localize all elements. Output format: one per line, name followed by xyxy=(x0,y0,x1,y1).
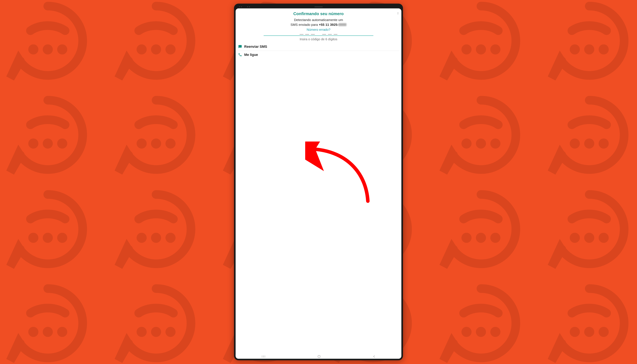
wrong-number-link[interactable]: Número errado? xyxy=(306,28,330,31)
svg-point-18 xyxy=(28,138,38,148)
tutorial-slide: Confirmando seu número Detectando automa… xyxy=(0,0,637,364)
call-me-label: Me ligue xyxy=(244,53,258,57)
svg-point-37 xyxy=(43,233,53,243)
svg-point-0 xyxy=(28,44,38,54)
svg-point-32 xyxy=(490,138,500,148)
code-underline xyxy=(264,36,374,36)
svg-point-17 xyxy=(598,44,609,54)
svg-point-71 xyxy=(598,327,609,337)
svg-point-22 xyxy=(151,138,161,148)
resend-sms-option[interactable]: Reenviar SMS xyxy=(238,43,399,51)
svg-point-38 xyxy=(57,233,67,243)
phone-number-redacted xyxy=(338,23,346,26)
svg-point-39 xyxy=(137,233,147,243)
phone-icon xyxy=(238,53,242,57)
svg-point-19 xyxy=(43,138,53,148)
resend-sms-label: Reenviar SMS xyxy=(244,44,267,49)
svg-point-69 xyxy=(570,327,580,337)
svg-point-34 xyxy=(584,138,594,148)
code-placeholder-dashes xyxy=(264,34,374,36)
verification-options: Reenviar SMS Me ligue xyxy=(238,43,399,59)
svg-point-23 xyxy=(166,138,176,148)
nav-back-button[interactable] xyxy=(371,354,378,358)
svg-point-55 xyxy=(43,327,53,337)
svg-point-1 xyxy=(43,44,53,54)
svg-point-53 xyxy=(598,233,609,243)
page-title: Confirmando seu número xyxy=(293,11,344,16)
svg-point-20 xyxy=(57,138,67,148)
phone-number: +55 11 3925- xyxy=(319,23,338,26)
svg-point-51 xyxy=(570,233,580,243)
phone-sensors xyxy=(247,6,250,7)
svg-point-59 xyxy=(166,327,176,337)
svg-point-36 xyxy=(28,233,38,243)
svg-point-58 xyxy=(151,327,161,337)
svg-point-2 xyxy=(57,44,67,54)
svg-point-68 xyxy=(490,327,500,337)
annotation-arrow xyxy=(305,142,382,212)
svg-point-33 xyxy=(570,138,580,148)
svg-point-30 xyxy=(462,138,472,148)
svg-point-48 xyxy=(462,233,472,243)
phone-bezel-top xyxy=(236,5,401,8)
svg-point-41 xyxy=(166,233,176,243)
svg-point-67 xyxy=(476,327,486,337)
call-me-option[interactable]: Me ligue xyxy=(238,51,399,59)
detect-sms-message: Detectando automaticamente um SMS enviad… xyxy=(238,18,399,32)
sms-icon xyxy=(238,45,242,48)
svg-point-31 xyxy=(476,138,486,148)
svg-point-21 xyxy=(137,138,147,148)
svg-point-4 xyxy=(151,44,161,54)
svg-point-54 xyxy=(28,327,38,337)
phone-screen: Confirmando seu número Detectando automa… xyxy=(236,8,401,359)
svg-point-12 xyxy=(462,44,472,54)
svg-point-40 xyxy=(151,233,161,243)
svg-point-66 xyxy=(462,327,472,337)
phone-mockup: Confirmando seu número Detectando automa… xyxy=(234,4,403,360)
svg-point-16 xyxy=(584,44,594,54)
phone-speaker xyxy=(314,6,323,7)
svg-point-13 xyxy=(476,44,486,54)
svg-point-52 xyxy=(584,233,594,243)
svg-point-14 xyxy=(490,44,500,54)
message-line1: Detectando automaticamente um xyxy=(294,18,343,22)
code-hint: Insira o código de 6 dígitos xyxy=(238,38,399,41)
svg-point-3 xyxy=(137,44,147,54)
svg-rect-72 xyxy=(318,356,320,358)
svg-point-35 xyxy=(598,138,609,148)
more-vertical-icon[interactable] xyxy=(397,12,399,15)
android-navbar xyxy=(236,354,401,359)
svg-point-57 xyxy=(137,327,147,337)
svg-point-49 xyxy=(476,233,486,243)
message-line2-prefix: SMS enviado para xyxy=(290,23,319,26)
svg-point-70 xyxy=(584,327,594,337)
svg-point-50 xyxy=(490,233,500,243)
phone-sensors xyxy=(239,6,242,7)
svg-point-5 xyxy=(166,44,176,54)
nav-recents-button[interactable] xyxy=(260,355,267,358)
svg-point-15 xyxy=(570,44,580,54)
verification-code-input[interactable] xyxy=(264,34,374,36)
nav-home-button[interactable] xyxy=(315,354,323,358)
svg-point-56 xyxy=(57,327,67,337)
